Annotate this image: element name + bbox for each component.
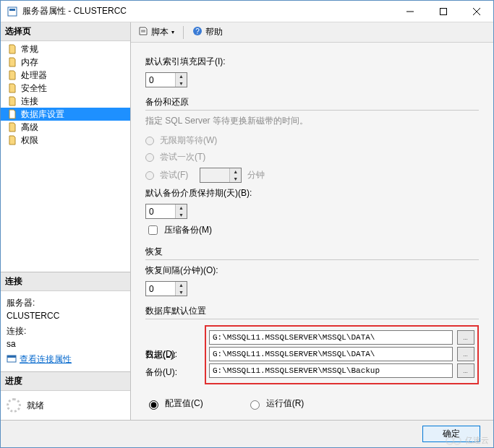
recovery-interval-input[interactable] xyxy=(146,282,175,296)
connection-header: 连接 xyxy=(1,272,130,291)
page-icon xyxy=(7,43,18,55)
form-area: 默认索引填充因子(I): ▲ ▼ 备份和还原 指定 SQL Server 等待更… xyxy=(131,43,493,420)
tree-label: 安全性 xyxy=(21,82,47,94)
spin-down-icon[interactable]: ▼ xyxy=(176,212,187,219)
toolbar-separator xyxy=(183,26,184,39)
tree-item-advanced[interactable]: 高级 xyxy=(1,121,130,134)
configured-value-option[interactable]: 配置值(C) xyxy=(145,397,203,410)
tree-item-connections[interactable]: 连接 xyxy=(1,95,130,108)
help-button[interactable]: ? 帮助 xyxy=(189,25,226,40)
maximize-button[interactable] xyxy=(427,1,460,22)
view-connection-properties-link[interactable]: 查看连接属性 xyxy=(7,353,124,366)
tree-label: 高级 xyxy=(21,121,38,133)
help-label: 帮助 xyxy=(205,26,223,38)
spin-up-icon[interactable]: ▲ xyxy=(176,73,187,80)
compress-backup-checkbox[interactable] xyxy=(148,225,158,235)
section-db-default-location: 数据库默认位置 xyxy=(145,305,479,319)
data-path-input[interactable] xyxy=(209,330,453,345)
help-icon: ? xyxy=(192,26,203,38)
svg-rect-1 xyxy=(9,9,15,11)
log-path-input[interactable] xyxy=(209,347,453,361)
script-icon xyxy=(138,26,148,38)
page-icon xyxy=(7,108,18,120)
recovery-interval-row: 恢复间隔(分钟)(O): xyxy=(145,264,479,277)
compress-backup-label: 压缩备份(M) xyxy=(164,224,212,236)
backup-note: 指定 SQL Server 等待更换新磁带的时间。 xyxy=(145,115,479,127)
tree-item-processor[interactable]: 处理器 xyxy=(1,69,130,82)
radio-try-for xyxy=(145,171,154,180)
ok-button[interactable]: 确定 xyxy=(422,426,480,442)
page-icon xyxy=(7,95,18,107)
script-button[interactable]: 脚本 ▾ xyxy=(135,25,177,40)
connection-body: 服务器: CLUSTERCC 连接: sa 查看连接属性 xyxy=(1,291,130,371)
tree-label: 常规 xyxy=(21,43,38,55)
tree-label: 连接 xyxy=(21,95,38,107)
log-path-browse-button[interactable]: … xyxy=(457,347,474,361)
server-value: CLUSTERCC xyxy=(7,311,124,321)
svg-rect-3 xyxy=(440,8,447,14)
progress-row: 就绪 xyxy=(1,391,130,420)
backup-path-input[interactable] xyxy=(209,363,453,378)
dialog-footer: 确定 亿速云 xyxy=(1,420,493,447)
svg-text:?: ? xyxy=(195,27,200,35)
select-page-header: 选择页 xyxy=(1,22,130,41)
tree-item-security[interactable]: 安全性 xyxy=(1,82,130,95)
page-icon xyxy=(7,56,18,68)
radio-try-once xyxy=(145,153,154,162)
media-retention-input[interactable] xyxy=(146,204,175,218)
chevron-down-icon: ▾ xyxy=(171,29,174,35)
configured-value-label: 配置值(C) xyxy=(165,397,203,410)
page-icon xyxy=(7,134,18,146)
fill-factor-spinner[interactable]: ▲ ▼ xyxy=(145,72,187,87)
try-for-label: 尝试(F) xyxy=(160,169,188,181)
fill-factor-input[interactable] xyxy=(146,73,175,87)
left-pane: 选择页 常规 内存 处理器 安全性 连接 xyxy=(1,22,131,420)
running-value-option[interactable]: 运行值(R) xyxy=(247,397,305,410)
try-for-unit: 分钟 xyxy=(247,169,265,181)
recovery-interval-spinner[interactable]: ▲ ▼ xyxy=(145,281,187,296)
page-icon xyxy=(7,69,18,81)
fill-factor-label: 默认索引填充因子(I): xyxy=(145,56,226,68)
page-tree: 常规 内存 处理器 安全性 连接 数据库设置 xyxy=(1,41,130,150)
window-title: 服务器属性 - CLUSTERCC xyxy=(22,5,393,17)
recovery-interval-label: 恢复间隔(分钟)(O): xyxy=(145,264,218,277)
radio-wait-indef xyxy=(145,137,154,145)
spin-down-icon[interactable]: ▼ xyxy=(176,289,187,296)
tree-item-general[interactable]: 常规 xyxy=(1,43,130,56)
try-for-spinner: ▲ ▼ xyxy=(200,168,242,183)
server-label: 服务器: xyxy=(7,297,124,309)
spin-down-icon[interactable]: ▼ xyxy=(176,80,187,87)
svg-rect-7 xyxy=(7,356,16,358)
try-once-row: 尝试一次(T) xyxy=(145,151,479,163)
running-value-radio[interactable] xyxy=(250,400,260,410)
spin-up-icon: ▲ xyxy=(230,168,241,176)
progress-status: 就绪 xyxy=(27,400,44,412)
tree-item-memory[interactable]: 内存 xyxy=(1,56,130,69)
wait-indef-row: 无限期等待(W) xyxy=(145,134,479,147)
tree-item-database-settings[interactable]: 数据库设置 xyxy=(1,108,130,121)
tree-item-permissions[interactable]: 权限 xyxy=(1,134,130,147)
data-path-browse-button[interactable]: … xyxy=(457,330,474,345)
close-button[interactable] xyxy=(460,1,493,22)
fill-factor-row: 默认索引填充因子(I): xyxy=(145,56,479,68)
login-value: sa xyxy=(7,339,124,349)
page-icon xyxy=(7,82,18,94)
backup-path-browse-button[interactable]: … xyxy=(457,363,474,378)
media-retention-spinner[interactable]: ▲ ▼ xyxy=(145,204,187,219)
tree-label: 权限 xyxy=(21,134,38,146)
progress-header: 进度 xyxy=(1,372,130,391)
properties-icon xyxy=(7,353,17,366)
value-mode-row: 配置值(C) 运行值(R) xyxy=(145,397,479,410)
progress-spinner-icon xyxy=(7,398,21,413)
default-locations-highlight: … … … xyxy=(205,325,479,384)
content-split: 选择页 常规 内存 处理器 安全性 连接 xyxy=(1,22,493,420)
section-recovery: 恢复 xyxy=(145,246,479,260)
tree-label: 内存 xyxy=(21,56,38,68)
spin-up-icon[interactable]: ▲ xyxy=(176,282,187,289)
configured-value-radio[interactable] xyxy=(149,400,158,410)
tree-label: 处理器 xyxy=(21,69,47,81)
spin-up-icon[interactable]: ▲ xyxy=(176,204,187,212)
minimize-button[interactable] xyxy=(393,1,427,22)
script-label: 脚本 xyxy=(151,26,169,38)
titlebar: 服务器属性 - CLUSTERCC xyxy=(1,1,493,22)
